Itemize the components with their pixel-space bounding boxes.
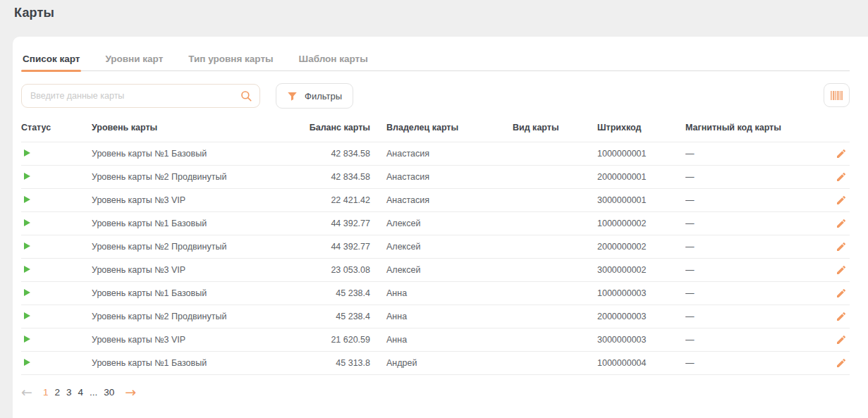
toolbar: Фильтры [21,83,850,109]
pencil-edit-icon [836,264,847,276]
row-status-cell [21,352,92,375]
edit-row-button[interactable] [834,356,848,370]
table-row: Уровень карты №3 VIP 23 053.08 Алексей 3… [21,259,850,282]
barcode-view-button[interactable] [824,83,850,107]
row-actions-cell [819,282,850,305]
row-status-cell [21,166,92,189]
edit-row-button[interactable] [834,286,848,300]
pencil-edit-icon [836,288,847,299]
row-status-cell [21,259,92,282]
row-level: Уровень карты №1 Базовый [92,352,303,375]
pagination-page[interactable]: 2 [54,387,60,398]
row-card-type [513,166,597,189]
row-status-cell [21,142,92,166]
pagination-page[interactable]: 30 [104,387,114,398]
row-barcode: 2000000003 [597,305,685,328]
edit-row-button[interactable] [834,216,848,230]
row-balance: 45 313.8 [303,352,370,375]
col-card-type: Вид карты [513,111,597,142]
row-status-cell [21,328,92,352]
table-row: Уровень карты №2 Продвинутый 45 238.4 Ан… [21,305,850,328]
row-level: Уровень карты №2 Продвинутый [92,166,303,189]
row-actions-cell [819,305,850,328]
row-card-type [513,235,597,259]
row-status-cell [21,189,92,212]
row-actions-cell [819,166,850,189]
row-magnetic-code: — [685,166,819,189]
row-card-type [513,142,597,166]
tab-card-list[interactable]: Список карт [21,49,81,70]
content-card: Список карт Уровни карт Тип уровня карты… [13,37,868,418]
row-balance: 22 421.42 [303,189,370,212]
tab-bar: Список карт Уровни карт Тип уровня карты… [21,47,850,71]
filters-button[interactable]: Фильтры [276,83,353,109]
edit-row-button[interactable] [834,170,848,184]
row-balance: 44 392.77 [303,235,370,259]
col-level: Уровень карты [92,111,303,142]
row-magnetic-code: — [685,282,819,305]
table-row: Уровень карты №3 VIP 22 421.42 Анастасия… [21,189,850,212]
row-owner: Алексей [370,235,513,259]
row-level: Уровень карты №1 Базовый [92,142,303,166]
col-balance: Баланс карты [303,111,370,142]
search-icon[interactable] [240,90,252,102]
row-card-type [513,282,597,305]
edit-row-button[interactable] [834,147,848,161]
pagination-ellipsis: ... [90,387,97,398]
row-level: Уровень карты №3 VIP [92,259,303,282]
filters-button-label: Фильтры [305,91,342,102]
row-barcode: 2000000001 [597,166,685,189]
edit-row-button[interactable] [834,333,848,347]
pagination-page[interactable]: 3 [66,387,72,398]
tab-card-template[interactable]: Шаблон карты [298,49,369,70]
pagination-next-arrow-icon[interactable]: → [125,386,136,399]
search-wrap [21,84,260,108]
row-barcode: 3000000003 [597,328,685,352]
row-magnetic-code: — [685,235,819,259]
edit-row-button[interactable] [834,193,848,207]
edit-row-button[interactable] [834,263,848,277]
pagination-page[interactable]: 1 [43,387,49,398]
row-actions-cell [819,235,850,259]
row-card-type [513,352,597,375]
table-row: Уровень карты №1 Базовый 45 313.8 Андрей… [21,352,850,375]
status-active-icon [24,289,30,296]
row-barcode: 3000000002 [597,259,685,282]
row-barcode: 3000000001 [597,189,685,212]
row-actions-cell [819,328,850,352]
row-magnetic-code: — [685,142,819,166]
status-active-icon [24,312,30,319]
pencil-edit-icon [836,241,847,252]
cards-table: Статус Уровень карты Баланс карты Владел… [21,111,850,375]
pagination-pages: 1234...30 [43,387,114,398]
pencil-edit-icon [836,148,847,159]
row-barcode: 1000000003 [597,282,685,305]
status-active-icon [24,149,30,156]
row-level: Уровень карты №1 Базовый [92,282,303,305]
row-owner: Анна [370,328,513,352]
row-barcode: 2000000002 [597,235,685,259]
pagination: ← 1234...30 → [21,386,850,399]
row-magnetic-code: — [685,189,819,212]
pencil-edit-icon [836,171,847,183]
pagination-page[interactable]: 4 [78,387,83,398]
row-actions-cell [819,212,850,235]
col-barcode: Штрихкод [597,111,685,142]
tab-card-levels[interactable]: Уровни карт [104,49,164,70]
row-owner: Анастасия [370,189,513,212]
pencil-edit-icon [836,334,847,345]
table-row: Уровень карты №1 Базовый 42 834.58 Анаст… [21,142,850,166]
edit-row-button[interactable] [834,240,848,254]
row-status-cell [21,212,92,235]
table-header-row: Статус Уровень карты Баланс карты Владел… [21,111,850,142]
search-input[interactable] [21,84,260,108]
barcode-icon [831,91,843,100]
tab-card-level-type[interactable]: Тип уровня карты [187,49,274,70]
pencil-edit-icon [836,357,847,369]
row-magnetic-code: — [685,328,819,352]
row-owner: Анастасия [370,142,513,166]
pagination-prev-arrow-icon[interactable]: ← [21,386,32,399]
row-level: Уровень карты №3 VIP [92,328,303,352]
row-level: Уровень карты №3 VIP [92,189,303,212]
edit-row-button[interactable] [834,309,848,324]
